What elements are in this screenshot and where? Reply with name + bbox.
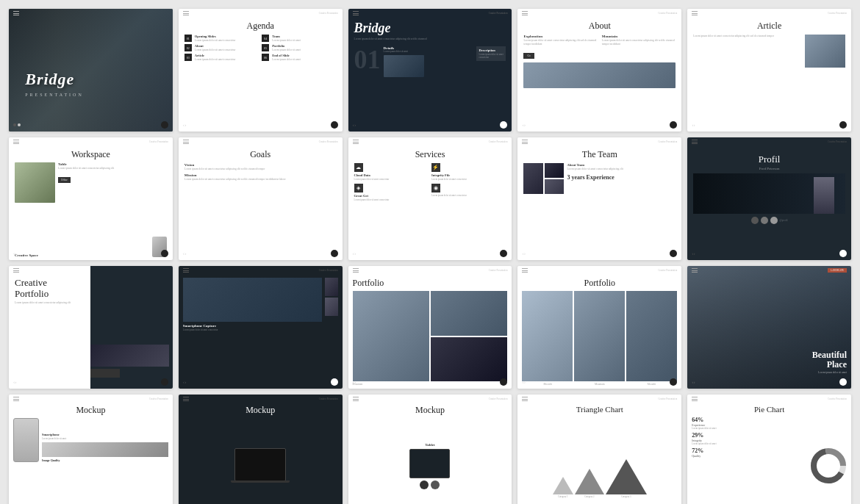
brand-text: Creative Presentation (319, 12, 338, 15)
slide-the-team[interactable]: Creative Presentation The Team About Tea… (517, 137, 681, 260)
slide-triangle-chart[interactable]: Creative Presentation Triangle Chart Cat… (517, 395, 681, 504)
slide-agenda[interactable]: Creative Presentation Agenda 01Opening S… (179, 9, 343, 132)
menu-icon (183, 397, 189, 401)
slide-mockup-laptop[interactable]: Creative Presentation Mockup Mountain ‹› (179, 395, 343, 504)
portfolio-thumb-2 (325, 298, 338, 316)
slide-mockup-phone[interactable]: Creative Presentation Mockup Smartphone … (9, 395, 173, 504)
next-button[interactable] (161, 121, 168, 129)
brand-text: Creative Presentation (489, 12, 508, 15)
mockup-btn-1[interactable] (420, 480, 429, 489)
beautiful-tag: LANDSCAPE (828, 268, 847, 273)
about-section1-text: Lorem ipsum dolor sit amet consectetur a… (523, 39, 597, 46)
menu-icon (13, 140, 19, 144)
workspace-image (15, 162, 55, 203)
brand-text: Creative Presentation (489, 397, 508, 400)
next-button[interactable] (161, 250, 168, 257)
about-go-button[interactable]: Go (523, 53, 534, 59)
portfolio-img-3 (626, 291, 677, 381)
next-button[interactable] (331, 250, 338, 257)
next-button[interactable] (331, 121, 338, 129)
menu-icon (692, 268, 698, 273)
next-button[interactable] (500, 121, 507, 129)
team-photos (523, 163, 564, 194)
about-image (523, 62, 676, 88)
slide-portfolio-triple[interactable]: Creative Presentation Portfolio Moonlit … (517, 266, 681, 389)
menu-icon (183, 140, 189, 144)
pie-label-3: Quality (692, 454, 806, 458)
next-button[interactable] (839, 121, 847, 129)
pie-item-2: 29% Integrity Lorem ipsum dolor sit amet (692, 432, 806, 445)
about-section2-title: Mountain (602, 35, 676, 38)
profil-social-2[interactable] (761, 217, 768, 224)
slide-portfolio-dark[interactable]: Creative Presentation Smartphone Capture… (179, 266, 343, 389)
mockup-tablet-sub: Tablet (425, 443, 434, 447)
mockup-phone-title: Mockup (13, 405, 168, 416)
menu-icon (13, 397, 19, 401)
slide-article[interactable]: Creative Presentation Article Lorem ipsu… (687, 9, 851, 132)
services-title: Services (354, 149, 506, 160)
team-info: About Team Lorem ipsum dolor sit amet co… (567, 163, 676, 194)
portfolio-thumb-b (431, 337, 507, 382)
service-desc-1: Lorem ipsum dolor sit amet consectetur (354, 178, 429, 181)
profil-subtitle: Fred Peterson (693, 167, 845, 170)
slide-mockup-tablet[interactable]: Creative Presentation Mockup Tablet ‹› (348, 395, 512, 504)
portfolio-dark-text: Lorem ipsum dolor sit amet consectetur (183, 328, 322, 331)
goals-title: Goals (184, 149, 337, 160)
next-button[interactable] (500, 378, 507, 386)
brand-text: Creative Presentation (319, 140, 338, 143)
slide-bridge-01[interactable]: Creative Presentation Bridge Lorem ipsum… (348, 9, 512, 132)
pie-desc-1: Lorem ipsum dolor sit amet (692, 427, 806, 430)
mockup-btn-2[interactable] (431, 480, 440, 489)
slide-goals[interactable]: Creative Presentation Goals Vision Lorem… (179, 137, 343, 260)
team-experience: 3 years Experience (567, 174, 676, 181)
team-title: The Team (523, 149, 676, 160)
workspace-section-title: Table (58, 162, 167, 166)
next-button[interactable] (331, 378, 338, 386)
nav-dot (18, 123, 21, 126)
mockup-laptop-device (234, 448, 286, 481)
agenda-num: 01 (184, 35, 192, 42)
slide-beautiful-place[interactable]: LANDSCAPE Beautiful Place Lorem ipsum do… (687, 266, 851, 389)
about-section1-title: Exploration (523, 35, 597, 38)
menu-icon (183, 11, 189, 15)
next-button[interactable] (670, 250, 677, 257)
next-button[interactable] (839, 378, 847, 386)
prev-arrow: ‹› (692, 379, 695, 385)
slide-profil[interactable]: Creative Presentation Profil Fred Peters… (687, 137, 851, 260)
triangle-label-3: Category 3 (621, 495, 631, 498)
menu-icon (692, 397, 698, 401)
workspace-button[interactable]: Office (58, 177, 71, 183)
next-button[interactable] (670, 378, 677, 386)
slide-creative-portfolio[interactable]: Creative Portfolio Lorem ipsum dolor sit… (9, 266, 173, 389)
prev-arrow: ‹› (183, 251, 187, 256)
prev-arrow: ‹› (183, 122, 187, 128)
bridge01-title: Bridge (354, 21, 506, 36)
menu-icon (353, 397, 359, 401)
slide-about[interactable]: Creative Presentation About Exploration … (517, 9, 681, 132)
slide-bridge-hero[interactable]: Bridge Presentation (9, 9, 173, 132)
service-item-4: ◉ Lorem ipsum dolor sit amet consectetur (431, 184, 506, 201)
agenda-left-col: 01Opening SlidesLorem ipsum dolor sit am… (184, 35, 259, 63)
prev-arrow: ‹› (522, 251, 526, 256)
service-icon-4: ◉ (431, 184, 440, 192)
agenda-right-col: 04TeamLorem ipsum dolor sit amet 05Portf… (262, 35, 336, 63)
pie-desc-2: Lorem ipsum dolor sit amet (692, 442, 806, 445)
mockup-phone-quality: Image Quality (42, 458, 168, 462)
portfolio-thumb-a (431, 291, 507, 336)
slide-portfolio-mountain[interactable]: Creative Presentation Portfolio Mountain… (348, 266, 512, 389)
next-button[interactable] (161, 378, 168, 386)
next-button[interactable] (500, 250, 507, 257)
slide-services[interactable]: Creative Presentation Services ☁ Cloud D… (348, 137, 512, 260)
portfolio-img-2 (574, 291, 625, 381)
portfolio-img-1 (522, 291, 573, 381)
next-button[interactable] (839, 250, 847, 257)
team-section-title: About Team (567, 163, 676, 167)
brand-text: Creative Presentation (658, 140, 677, 143)
slide-pie-chart[interactable]: Creative Presentation Pie Chart 64% Expe… (687, 395, 851, 504)
menu-icon (522, 397, 528, 401)
profil-social-1[interactable] (751, 217, 759, 224)
next-button[interactable] (670, 121, 677, 129)
profil-social-3[interactable] (770, 217, 778, 224)
slide-workspace[interactable]: Creative Presentation Workspace Table Lo… (9, 137, 173, 260)
creative-right-image (90, 345, 169, 367)
